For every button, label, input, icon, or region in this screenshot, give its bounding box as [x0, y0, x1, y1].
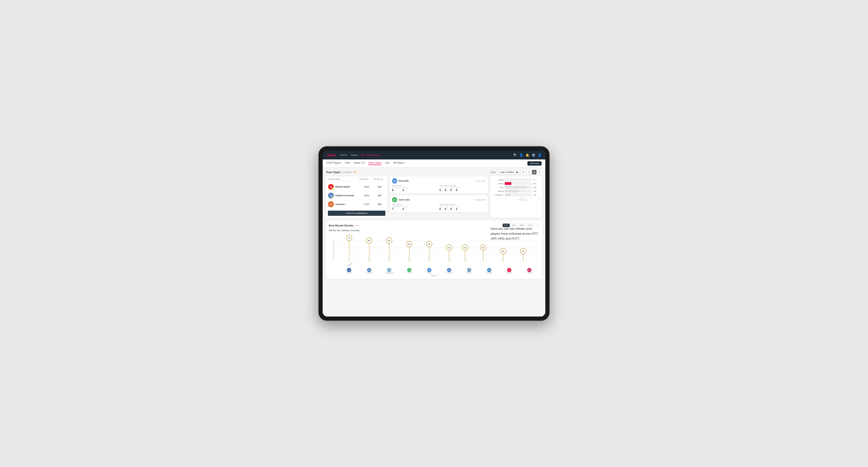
svg-text:5x: 5x	[428, 243, 430, 245]
y-axis-label: Best Streak, Fairway Accuracy	[333, 240, 334, 260]
pc-activities-group: Total Practice Activities OTT 0 APP	[439, 204, 486, 210]
x-axis-label: Players	[329, 275, 539, 277]
bar-row-birdies: Birdies 96	[492, 182, 540, 185]
pc-rounds-row: Tournament 7 Practice 2	[392, 206, 438, 210]
annotation-box: Here you can see streaks your players ha…	[491, 226, 540, 241]
team-name: Team Clippd	[326, 171, 340, 174]
player-name-label: R. Butler	[506, 272, 512, 274]
pc-app-val: 0	[445, 208, 448, 210]
period-select[interactable]: Last 3 months	[498, 170, 519, 174]
pc-app-stat: APP 0	[445, 187, 448, 191]
nav-bar: clippd Home Teams My Performance 🔍 👤 🔔 ⚙…	[323, 151, 545, 159]
leaderboard-panel: PLAYER NAME PB SCORE PB AVG SQ RB 1	[326, 177, 387, 218]
pc-rounds-label: Total Rounds	[392, 204, 438, 206]
pc-ott-stat: OTT 0	[439, 206, 442, 210]
list-item: EE E. Ebert	[339, 268, 359, 274]
grid-view-btn[interactable]: ⊞	[521, 170, 526, 175]
lb-col-pb-score: PB SCORE	[360, 178, 374, 180]
sub-nav: PGAT Players PGA Hcaps 1-5 Team Clippd T…	[323, 159, 545, 167]
sub-nav-tour[interactable]: Tour	[385, 161, 390, 165]
sub-nav-team-clippd[interactable]: Team Clippd	[368, 161, 381, 165]
player-avatar-small: EE	[347, 268, 351, 272]
list-item: EC E. Crossman	[439, 268, 459, 274]
nav-teams[interactable]: Teams	[350, 154, 358, 156]
nav-home[interactable]: Home	[340, 154, 347, 156]
bar-track	[505, 190, 532, 192]
bar-value: 3	[533, 179, 540, 181]
sub-nav-pgat[interactable]: PGAT Players	[327, 161, 341, 165]
bar-row-eagles: Eagles 3	[492, 178, 540, 181]
list-view-btn[interactable]: ≡	[526, 170, 531, 175]
pc-arg-stat: ARG 0	[450, 206, 454, 210]
chart-x-axis: 0 200 400	[492, 197, 540, 198]
player-cards: RB Rees Britt 02 Sep 2023 Total Rounds T…	[390, 177, 488, 218]
pc-activities-row: OTT 0 APP 0 ARG	[439, 187, 486, 191]
sub-nav-all-players[interactable]: All Players	[394, 161, 404, 165]
x-label-400: 400	[537, 197, 540, 198]
svg-text:7x: 7x	[348, 237, 350, 239]
bar-chart: Eagles 3 Birdies	[492, 178, 540, 196]
nav-my-performance[interactable]: My Performance	[361, 154, 380, 156]
arrow-icon: ←	[355, 223, 360, 228]
pc-header: RB Rees Britt 02 Sep 2023	[392, 178, 486, 184]
list-item: CQ C. Quick	[519, 268, 539, 274]
pc-date: 26 Aug 2023	[475, 199, 486, 201]
edit-icon[interactable]: ✏️	[353, 171, 356, 174]
player-name-label: C. Quick	[526, 272, 532, 274]
pc-practice-val: 4	[402, 189, 408, 191]
lb-score: 19/20	[360, 186, 374, 188]
player-name-label: E. Crossman	[445, 272, 453, 274]
bell-icon[interactable]: 🔔	[526, 153, 529, 157]
avatar-icon[interactable]: 👤	[538, 153, 541, 157]
search-icon[interactable]: 🔍	[513, 153, 517, 157]
pc-app-val: 0	[445, 189, 448, 191]
pc-arg-val: 0	[450, 189, 454, 191]
add-team-button[interactable]: Add Team	[527, 161, 541, 165]
x-label-200: 200	[520, 197, 523, 198]
bar-value: 311	[533, 190, 540, 192]
player-card-josh: JC Josh Coles 26 Aug 2023 Total Rounds T…	[390, 195, 488, 212]
view-leaderboard-button[interactable]: View Full Leaderboard	[328, 211, 385, 216]
player-avatar-small: EC	[447, 268, 451, 272]
content-grid: PLAYER NAME PB SCORE PB AVG SQ RB 1	[326, 177, 542, 218]
player-names-row: EE E. Ebert BM B. McHarg DB D. Billingha…	[339, 268, 539, 274]
bar-row-dbogeys: D. Bogeys + 131	[492, 193, 540, 196]
avatar: CA 3	[328, 201, 334, 207]
svg-text:5x: 5x	[408, 243, 410, 245]
svg-text:3x: 3x	[502, 250, 504, 252]
sub-nav-pga[interactable]: PGA	[345, 161, 350, 165]
bar-fill	[505, 182, 512, 185]
card-view-btn[interactable]: ▦	[532, 170, 536, 175]
bar-track	[505, 193, 532, 196]
pc-rounds-group: Total Rounds Tournament 8 Practice	[392, 185, 438, 191]
player-avatar-small: CQ	[527, 268, 531, 272]
pc-date: 02 Sep 2023	[475, 180, 486, 182]
team-header: Team Clippd | 14 Players ✏️ Show Last 3 …	[326, 170, 542, 175]
person-icon[interactable]: 👤	[519, 153, 523, 157]
show-label: Show	[490, 171, 496, 173]
settings-icon[interactable]: ⚙️	[532, 153, 535, 157]
table-view-btn[interactable]: ⊟	[537, 170, 542, 175]
team-header-right: Show Last 3 months ⊞ ≡ ▦ ⊟	[490, 170, 542, 175]
lb-player-edward: EC 2 Edward Crossman	[328, 192, 360, 198]
x-label-0: 0	[505, 197, 506, 198]
bar-value: 499	[533, 186, 540, 188]
lb-player-name: Edward Crossman	[335, 194, 354, 197]
bar-value: 96	[533, 183, 540, 185]
player-avatar-small: BM	[367, 268, 371, 272]
sub-nav-hcaps[interactable]: Hcaps 1-5	[354, 161, 365, 165]
nav-links: Home Teams My Performance	[340, 154, 513, 156]
pc-practice-val: 2	[402, 208, 408, 210]
app-logo: clippd	[327, 153, 335, 157]
player-name-label: M. Miller	[487, 272, 492, 274]
lb-score: 18/20	[360, 194, 374, 197]
player-avatar-small: DF	[467, 268, 471, 272]
subtitle-sub: Fairway Accuracy	[342, 229, 360, 231]
pc-arg-val: 0	[450, 208, 454, 210]
lb-score: 17/20	[360, 203, 374, 206]
svg-text:4x: 4x	[482, 247, 484, 249]
pc-stats: Total Rounds Tournament 8 Practice	[392, 185, 486, 191]
lb-player-name: Cameron...	[335, 203, 346, 206]
list-item: DF D. Ford	[459, 268, 479, 274]
avatar: RB	[392, 178, 397, 184]
